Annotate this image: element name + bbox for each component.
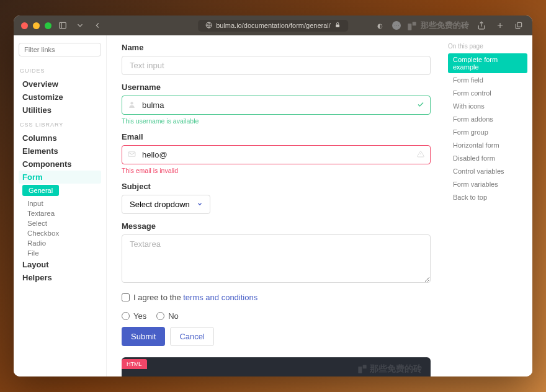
cancel-button[interactable]: Cancel — [170, 327, 213, 346]
sidebar-toggle-icon[interactable] — [56, 19, 69, 32]
address-bar[interactable]: bulma.io/documentation/form/general/ — [198, 20, 348, 32]
sidebar-item-helpers[interactable]: Helpers — [19, 271, 101, 284]
sidebar-sub-radio[interactable]: Radio — [19, 238, 101, 248]
field-subject: Subject Select dropdown — [122, 182, 431, 214]
sidebar-sub-input[interactable]: Input — [19, 198, 101, 208]
chevron-down-icon[interactable] — [74, 19, 86, 32]
on-this-page-heading: On this page — [448, 43, 527, 50]
toc-complete-form[interactable]: Complete form example — [448, 53, 527, 73]
sidebar-sub-checkbox[interactable]: Checkbox — [19, 228, 101, 238]
url-text: bulma.io/documentation/form/general/ — [216, 22, 331, 29]
sidebar-item-columns[interactable]: Columns — [19, 131, 101, 145]
sidebar-sub-select[interactable]: Select — [19, 218, 101, 228]
toc-form-field[interactable]: Form field — [448, 74, 527, 86]
guides-heading: GUIDES — [20, 68, 101, 74]
terms-link[interactable]: terms and conditions — [183, 293, 257, 302]
svg-rect-5 — [408, 24, 412, 30]
username-help: This username is available — [122, 117, 431, 125]
sidebar-item-customize[interactable]: Customize — [19, 91, 101, 104]
radio-yes[interactable]: Yes — [122, 311, 146, 321]
traffic-lights — [21, 22, 51, 29]
filter-input[interactable] — [19, 43, 101, 56]
email-label: Email — [122, 132, 431, 141]
css-library-heading: CSS LIBRARY — [20, 122, 101, 128]
toc-horizontal-form[interactable]: Horizontal form — [448, 139, 527, 151]
sidebar-item-components[interactable]: Components — [19, 158, 101, 171]
right-sidebar: On this page Complete form example Form … — [445, 35, 532, 376]
envelope-icon — [128, 150, 136, 160]
browser-window: bulma.io/documentation/form/general/ ◐ ⋯… — [14, 16, 532, 376]
toc-back-to-top[interactable]: Back to top — [448, 191, 527, 203]
globe-icon — [205, 22, 212, 30]
name-input[interactable] — [122, 56, 431, 75]
subject-label: Subject — [122, 182, 431, 191]
content-area: GUIDES Overview Customize Utilities CSS … — [14, 35, 532, 376]
warning-icon — [417, 150, 424, 159]
toc-disabled-form[interactable]: Disabled form — [448, 152, 527, 164]
toc-control-variables[interactable]: Control variables — [448, 165, 527, 177]
message-label: Message — [122, 221, 431, 231]
email-help: This email is invalid — [122, 167, 431, 174]
new-tab-icon[interactable] — [494, 19, 506, 32]
back-button[interactable] — [91, 19, 104, 32]
share-icon[interactable] — [475, 19, 488, 32]
agree-checkbox[interactable]: I agree to the terms and conditions — [122, 293, 257, 302]
radio-no[interactable]: No — [156, 311, 179, 321]
sidebar-pill-general[interactable]: General — [22, 185, 59, 196]
titlebar-right: ◐ ⋯ 那些免费的砖 — [374, 19, 525, 32]
sidebar-item-layout[interactable]: Layout — [19, 258, 101, 271]
message-textarea[interactable] — [122, 234, 431, 283]
toc-form-variables[interactable]: Form variables — [448, 178, 527, 190]
code-tab: HTML — [122, 359, 147, 369]
sidebar-item-overview[interactable]: Overview — [19, 78, 101, 91]
field-agree: I agree to the terms and conditions — [122, 293, 431, 304]
lock-icon — [334, 22, 341, 29]
field-message: Message — [122, 221, 431, 285]
submit-button[interactable]: Submit — [122, 327, 165, 346]
subject-select[interactable]: Select dropdown — [122, 195, 210, 214]
svg-point-11 — [130, 102, 133, 104]
agree-text: I agree to the — [133, 293, 183, 302]
svg-rect-16 — [363, 365, 367, 368]
svg-rect-6 — [413, 22, 416, 25]
more-icon[interactable]: ⋯ — [392, 21, 401, 30]
sidebar-sub-file[interactable]: File — [19, 248, 101, 258]
reader-icon[interactable]: ◐ — [374, 19, 386, 32]
minimize-window-button[interactable] — [33, 22, 40, 29]
sidebar-item-form[interactable]: Form — [19, 171, 101, 184]
button-group: Submit Cancel — [122, 327, 431, 346]
titlebar: bulma.io/documentation/form/general/ ◐ ⋯… — [14, 16, 532, 35]
radio-no-input[interactable] — [156, 312, 164, 320]
svg-rect-4 — [336, 25, 339, 27]
sidebar-sub-textarea[interactable]: Textarea — [19, 208, 101, 218]
main-content: Name Username This username is available — [107, 35, 445, 376]
user-icon — [128, 100, 136, 110]
toc-form-group[interactable]: Form group — [448, 126, 527, 138]
svg-rect-10 — [517, 22, 522, 27]
svg-rect-0 — [60, 22, 66, 28]
username-label: Username — [122, 82, 431, 92]
radio-yes-input[interactable] — [122, 312, 130, 320]
radio-group: Yes No — [122, 311, 431, 321]
left-sidebar: GUIDES Overview Customize Utilities CSS … — [14, 35, 107, 376]
name-label: Name — [122, 43, 431, 52]
toc-form-addons[interactable]: Form addons — [448, 113, 527, 125]
svg-rect-15 — [358, 367, 362, 373]
toc-form-control[interactable]: Form control — [448, 87, 527, 99]
code-block: HTML 那些免费的砖 <div class="field"> <label c… — [122, 357, 431, 376]
field-username: Username This username is available — [122, 82, 431, 125]
field-email: Email This email is invalid — [122, 132, 431, 174]
maximize-window-button[interactable] — [45, 22, 51, 29]
username-input[interactable] — [122, 96, 431, 115]
toc-with-icons[interactable]: With icons — [448, 100, 527, 112]
email-input[interactable] — [122, 145, 431, 164]
field-name: Name — [122, 43, 431, 75]
sidebar-item-elements[interactable]: Elements — [19, 145, 101, 158]
close-window-button[interactable] — [21, 22, 28, 29]
agree-checkbox-input[interactable] — [122, 293, 130, 301]
tabs-icon[interactable] — [512, 19, 525, 32]
code-watermark: 那些免费的砖 — [357, 363, 422, 375]
sidebar-item-utilities[interactable]: Utilities — [19, 104, 101, 117]
check-icon — [417, 100, 424, 110]
watermark: 那些免费的砖 — [407, 20, 469, 31]
